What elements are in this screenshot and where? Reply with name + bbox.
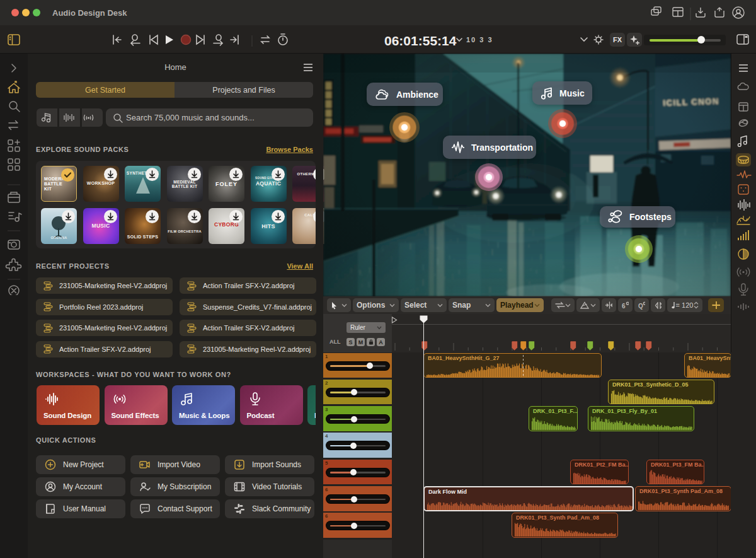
svg-text:6: 6 <box>622 303 626 310</box>
svg-text:Q: Q <box>638 303 643 310</box>
